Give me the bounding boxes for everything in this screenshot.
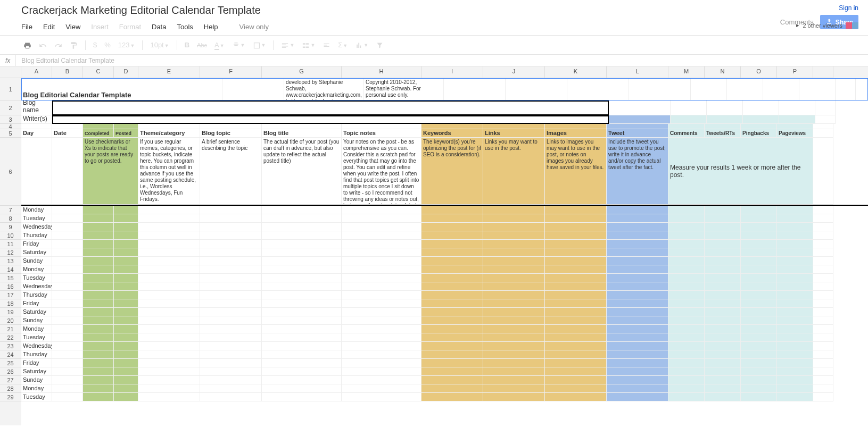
- cell[interactable]: [421, 384, 483, 393]
- cell[interactable]: [262, 393, 342, 401]
- row-header[interactable]: 9: [0, 223, 21, 231]
- cell[interactable]: [114, 316, 138, 325]
- cell[interactable]: [483, 248, 545, 257]
- cell[interactable]: [262, 248, 342, 257]
- cell[interactable]: [705, 214, 741, 223]
- cell[interactable]: [813, 308, 833, 316]
- row-header[interactable]: 28: [0, 384, 21, 393]
- cell[interactable]: [483, 359, 545, 367]
- cell[interactable]: [545, 223, 607, 231]
- cell[interactable]: [668, 316, 705, 325]
- cell[interactable]: [607, 342, 668, 350]
- cell[interactable]: [262, 206, 342, 214]
- cell[interactable]: [52, 316, 83, 325]
- cell[interactable]: [545, 342, 607, 350]
- cell[interactable]: [342, 274, 421, 282]
- cell[interactable]: [114, 342, 138, 350]
- cell[interactable]: [741, 325, 777, 333]
- cell[interactable]: [200, 257, 262, 265]
- cell[interactable]: [483, 308, 545, 316]
- cell[interactable]: [138, 248, 200, 257]
- row-header[interactable]: 10: [0, 231, 21, 240]
- column-header[interactable]: O: [741, 66, 777, 78]
- cell[interactable]: [200, 214, 262, 223]
- cell[interactable]: [83, 265, 114, 274]
- cell[interactable]: [138, 265, 200, 274]
- cell[interactable]: [777, 240, 813, 248]
- cell[interactable]: [483, 376, 545, 384]
- cell[interactable]: [813, 223, 833, 231]
- menu-help[interactable]: Help: [204, 23, 218, 31]
- cell[interactable]: [668, 214, 705, 223]
- header-date[interactable]: Date: [52, 129, 83, 138]
- cell[interactable]: [777, 367, 813, 376]
- cell[interactable]: [421, 393, 483, 401]
- cell[interactable]: [52, 333, 83, 342]
- cell[interactable]: [200, 376, 262, 384]
- cell[interactable]: [668, 384, 705, 393]
- desc-links[interactable]: Links you may want to use in the post.: [483, 138, 545, 205]
- cell[interactable]: Tuesday: [21, 333, 52, 342]
- cell[interactable]: [342, 384, 421, 393]
- row-header[interactable]: 4: [0, 124, 21, 129]
- cell[interactable]: [114, 333, 138, 342]
- cell[interactable]: [421, 206, 483, 214]
- cell[interactable]: [114, 282, 138, 291]
- cell[interactable]: [705, 342, 741, 350]
- header-day[interactable]: Day: [21, 129, 52, 138]
- row-header[interactable]: 23: [0, 342, 21, 350]
- cell[interactable]: [138, 333, 200, 342]
- cell[interactable]: [483, 393, 545, 401]
- row-header[interactable]: 12: [0, 248, 21, 257]
- row-header[interactable]: 29: [0, 393, 21, 401]
- cell[interactable]: [83, 282, 114, 291]
- cell[interactable]: [777, 214, 813, 223]
- cell[interactable]: [200, 265, 262, 274]
- row-header[interactable]: 18: [0, 299, 21, 308]
- cell[interactable]: [83, 240, 114, 248]
- cell[interactable]: [421, 359, 483, 367]
- cell[interactable]: Wednesday: [21, 223, 52, 231]
- cell[interactable]: [262, 342, 342, 350]
- cell[interactable]: [777, 333, 813, 342]
- cell[interactable]: [52, 231, 83, 240]
- cell[interactable]: [421, 325, 483, 333]
- cell[interactable]: [342, 248, 421, 257]
- cell[interactable]: [262, 223, 342, 231]
- cell[interactable]: [668, 393, 705, 401]
- cell[interactable]: [545, 393, 607, 401]
- cell[interactable]: [114, 359, 138, 367]
- cell[interactable]: [262, 257, 342, 265]
- cell[interactable]: [83, 257, 114, 265]
- header-notes[interactable]: Topic notes: [342, 129, 421, 138]
- cell[interactable]: Saturday: [21, 248, 52, 257]
- cell-copyright[interactable]: Copyright 2010-2012, Stephanie Schwab. F…: [364, 78, 444, 100]
- cell[interactable]: [483, 282, 545, 291]
- cell[interactable]: [483, 291, 545, 299]
- cell[interactable]: [262, 367, 342, 376]
- column-header[interactable]: M: [668, 66, 705, 78]
- cell[interactable]: [668, 367, 705, 376]
- cell[interactable]: [813, 359, 833, 367]
- cell[interactable]: [138, 240, 200, 248]
- cell[interactable]: [52, 299, 83, 308]
- header-theme[interactable]: Theme/category: [138, 129, 200, 138]
- cell[interactable]: Thursday: [21, 291, 52, 299]
- column-header[interactable]: A: [21, 66, 52, 78]
- cell[interactable]: [421, 214, 483, 223]
- cell[interactable]: [483, 231, 545, 240]
- cell[interactable]: [813, 342, 833, 350]
- cell[interactable]: [741, 393, 777, 401]
- desc-measure[interactable]: Measure your results 1 week or more afte…: [668, 138, 813, 205]
- select-all-corner[interactable]: [0, 66, 21, 78]
- cell[interactable]: [200, 299, 262, 308]
- column-header[interactable]: E: [138, 66, 200, 78]
- cell[interactable]: [138, 359, 200, 367]
- cell[interactable]: [262, 231, 342, 240]
- cell[interactable]: [668, 359, 705, 367]
- cell[interactable]: [200, 325, 262, 333]
- cell[interactable]: [342, 316, 421, 325]
- cell[interactable]: [421, 265, 483, 274]
- row-header[interactable]: 14: [0, 265, 21, 274]
- cell[interactable]: [741, 342, 777, 350]
